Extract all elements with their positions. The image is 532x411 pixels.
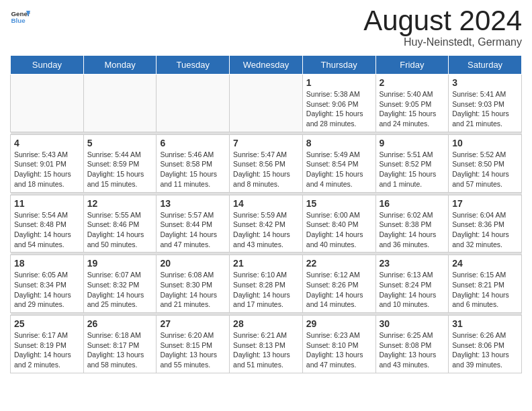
day-info: Sunrise: 6:04 AM Sunset: 8:36 PM Dayligh… — [452, 210, 518, 250]
day-info: Sunrise: 5:43 AM Sunset: 9:01 PM Dayligh… — [14, 150, 80, 189]
calendar-cell: 10Sunrise: 5:52 AM Sunset: 8:50 PM Dayli… — [449, 134, 522, 192]
day-info: Sunrise: 6:17 AM Sunset: 8:19 PM Dayligh… — [14, 330, 80, 370]
day-number: 9 — [380, 138, 445, 148]
day-number: 4 — [14, 138, 80, 148]
calendar-cell: 17Sunrise: 6:04 AM Sunset: 8:36 PM Dayli… — [449, 195, 522, 253]
calendar-cell: 19Sunrise: 6:07 AM Sunset: 8:32 PM Dayli… — [83, 255, 157, 313]
col-monday: Monday — [83, 56, 157, 75]
calendar-cell: 1Sunrise: 5:38 AM Sunset: 9:06 PM Daylig… — [302, 75, 375, 132]
day-info: Sunrise: 6:25 AM Sunset: 8:08 PM Dayligh… — [380, 330, 445, 370]
day-number: 12 — [87, 198, 153, 209]
col-sunday: Sunday — [11, 56, 84, 75]
logo: General Blue — [10, 7, 32, 27]
day-number: 8 — [306, 138, 372, 148]
calendar-cell: 5Sunrise: 5:44 AM Sunset: 8:59 PM Daylig… — [83, 134, 157, 192]
day-info: Sunrise: 6:00 AM Sunset: 8:40 PM Dayligh… — [306, 210, 372, 250]
page-header: General Blue August 2024 Huy-Neinstedt, … — [10, 7, 522, 48]
title-block: August 2024 Huy-Neinstedt, Germany — [363, 7, 522, 48]
day-number: 31 — [452, 318, 518, 329]
calendar-cell — [157, 75, 230, 132]
day-info: Sunrise: 5:38 AM Sunset: 9:06 PM Dayligh… — [306, 89, 372, 129]
day-number: 15 — [306, 198, 372, 209]
day-info: Sunrise: 6:26 AM Sunset: 8:06 PM Dayligh… — [452, 330, 518, 370]
calendar-cell: 18Sunrise: 6:05 AM Sunset: 8:34 PM Dayli… — [11, 255, 84, 313]
calendar-body: 1Sunrise: 5:38 AM Sunset: 9:06 PM Daylig… — [11, 75, 522, 373]
day-number: 1 — [306, 77, 372, 88]
day-number: 13 — [160, 198, 226, 209]
calendar-cell: 31Sunrise: 6:26 AM Sunset: 8:06 PM Dayli… — [449, 316, 522, 373]
day-number: 11 — [14, 198, 80, 209]
calendar-cell: 12Sunrise: 5:55 AM Sunset: 8:46 PM Dayli… — [83, 195, 157, 253]
calendar-week-2: 4Sunrise: 5:43 AM Sunset: 9:01 PM Daylig… — [11, 134, 522, 192]
calendar-week-3: 11Sunrise: 5:54 AM Sunset: 8:48 PM Dayli… — [11, 195, 522, 253]
day-info: Sunrise: 6:18 AM Sunset: 8:17 PM Dayligh… — [87, 330, 153, 370]
day-info: Sunrise: 6:20 AM Sunset: 8:15 PM Dayligh… — [160, 330, 226, 370]
calendar-cell: 16Sunrise: 6:02 AM Sunset: 8:38 PM Dayli… — [375, 195, 449, 253]
day-info: Sunrise: 5:55 AM Sunset: 8:46 PM Dayligh… — [87, 210, 153, 250]
calendar-cell: 15Sunrise: 6:00 AM Sunset: 8:40 PM Dayli… — [302, 195, 375, 253]
day-number: 6 — [160, 138, 226, 148]
calendar-cell: 13Sunrise: 5:57 AM Sunset: 8:44 PM Dayli… — [157, 195, 230, 253]
calendar-cell: 27Sunrise: 6:20 AM Sunset: 8:15 PM Dayli… — [157, 316, 230, 373]
location: Huy-Neinstedt, Germany — [363, 36, 522, 48]
day-info: Sunrise: 5:54 AM Sunset: 8:48 PM Dayligh… — [14, 210, 80, 250]
calendar-cell: 29Sunrise: 6:23 AM Sunset: 8:10 PM Dayli… — [302, 316, 375, 373]
day-number: 14 — [233, 198, 299, 209]
logo-icon: General Blue — [10, 7, 30, 27]
month-title: August 2024 — [363, 7, 522, 35]
day-number: 20 — [160, 258, 226, 269]
day-number: 30 — [380, 318, 445, 329]
day-info: Sunrise: 6:02 AM Sunset: 8:38 PM Dayligh… — [380, 210, 445, 250]
calendar-cell: 24Sunrise: 6:15 AM Sunset: 8:21 PM Dayli… — [449, 255, 522, 313]
calendar-cell: 4Sunrise: 5:43 AM Sunset: 9:01 PM Daylig… — [11, 134, 84, 192]
day-info: Sunrise: 6:07 AM Sunset: 8:32 PM Dayligh… — [87, 270, 153, 310]
calendar-cell — [11, 75, 84, 132]
day-info: Sunrise: 6:21 AM Sunset: 8:13 PM Dayligh… — [233, 330, 299, 370]
day-number: 24 — [452, 258, 518, 269]
day-info: Sunrise: 6:08 AM Sunset: 8:30 PM Dayligh… — [160, 270, 226, 310]
day-number: 27 — [160, 318, 226, 329]
day-number: 28 — [233, 318, 299, 329]
calendar-cell — [230, 75, 303, 132]
calendar-cell: 9Sunrise: 5:51 AM Sunset: 8:52 PM Daylig… — [375, 134, 449, 192]
calendar-table: Sunday Monday Tuesday Wednesday Thursday… — [10, 55, 522, 373]
calendar-cell: 2Sunrise: 5:40 AM Sunset: 9:05 PM Daylig… — [375, 75, 449, 132]
calendar-cell: 7Sunrise: 5:47 AM Sunset: 8:56 PM Daylig… — [230, 134, 303, 192]
day-number: 21 — [233, 258, 299, 269]
day-number: 22 — [306, 258, 372, 269]
day-info: Sunrise: 6:10 AM Sunset: 8:28 PM Dayligh… — [233, 270, 299, 310]
calendar-cell: 11Sunrise: 5:54 AM Sunset: 8:48 PM Dayli… — [11, 195, 84, 253]
calendar-cell: 14Sunrise: 5:59 AM Sunset: 8:42 PM Dayli… — [230, 195, 303, 253]
day-number: 25 — [14, 318, 80, 329]
calendar-header: Sunday Monday Tuesday Wednesday Thursday… — [11, 56, 522, 75]
day-number: 26 — [87, 318, 153, 329]
col-thursday: Thursday — [302, 56, 375, 75]
svg-text:Blue: Blue — [11, 17, 26, 24]
calendar-cell: 6Sunrise: 5:46 AM Sunset: 8:58 PM Daylig… — [157, 134, 230, 192]
day-number: 5 — [87, 138, 153, 148]
day-number: 17 — [452, 198, 518, 209]
col-wednesday: Wednesday — [230, 56, 303, 75]
day-info: Sunrise: 5:47 AM Sunset: 8:56 PM Dayligh… — [233, 150, 299, 189]
calendar-cell: 26Sunrise: 6:18 AM Sunset: 8:17 PM Dayli… — [83, 316, 157, 373]
day-number: 3 — [452, 77, 518, 88]
calendar-cell: 23Sunrise: 6:13 AM Sunset: 8:24 PM Dayli… — [375, 255, 449, 313]
day-number: 23 — [380, 258, 445, 269]
calendar-cell — [83, 75, 157, 132]
col-friday: Friday — [375, 56, 449, 75]
calendar-week-4: 18Sunrise: 6:05 AM Sunset: 8:34 PM Dayli… — [11, 255, 522, 313]
day-info: Sunrise: 5:59 AM Sunset: 8:42 PM Dayligh… — [233, 210, 299, 250]
calendar-cell: 3Sunrise: 5:41 AM Sunset: 9:03 PM Daylig… — [449, 75, 522, 132]
day-info: Sunrise: 6:12 AM Sunset: 8:26 PM Dayligh… — [306, 270, 372, 310]
calendar-cell: 8Sunrise: 5:49 AM Sunset: 8:54 PM Daylig… — [302, 134, 375, 192]
col-saturday: Saturday — [449, 56, 522, 75]
day-info: Sunrise: 5:52 AM Sunset: 8:50 PM Dayligh… — [452, 150, 518, 189]
calendar-week-5: 25Sunrise: 6:17 AM Sunset: 8:19 PM Dayli… — [11, 316, 522, 373]
day-info: Sunrise: 5:46 AM Sunset: 8:58 PM Dayligh… — [160, 150, 226, 189]
day-info: Sunrise: 6:15 AM Sunset: 8:21 PM Dayligh… — [452, 270, 518, 310]
col-tuesday: Tuesday — [157, 56, 230, 75]
day-number: 19 — [87, 258, 153, 269]
day-number: 18 — [14, 258, 80, 269]
calendar-cell: 25Sunrise: 6:17 AM Sunset: 8:19 PM Dayli… — [11, 316, 84, 373]
day-number: 7 — [233, 138, 299, 148]
